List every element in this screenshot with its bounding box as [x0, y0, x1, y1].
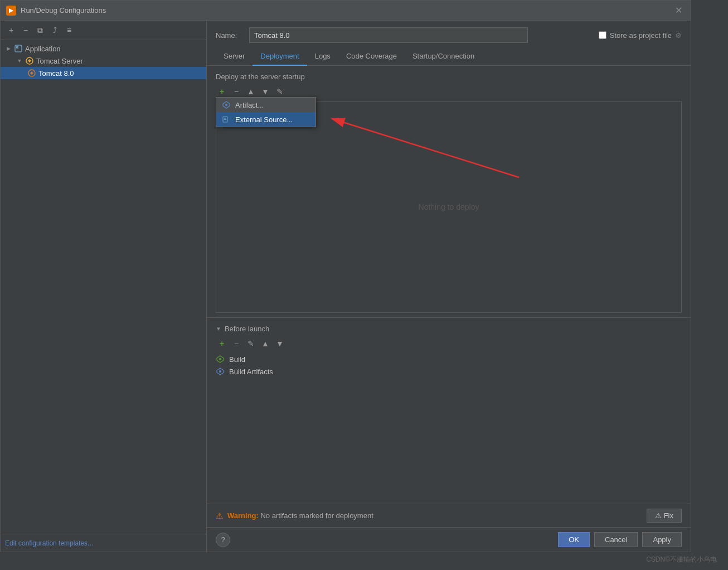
copy-config-button[interactable]: ⧉: [34, 24, 46, 36]
tab-startup-connection[interactable]: Startup/Connection: [405, 47, 482, 66]
dialog-title: Run/Debug Configurations: [21, 6, 672, 15]
tab-code-coverage[interactable]: Code Coverage: [338, 47, 405, 66]
name-row: Name: Store as project file ⚙: [207, 21, 691, 47]
application-label: Application: [25, 45, 61, 53]
dialog-icon: ▶: [6, 6, 16, 16]
ok-button[interactable]: OK: [558, 532, 590, 547]
fix-button[interactable]: ⚠ Fix: [647, 509, 682, 523]
tab-deployment[interactable]: Deployment: [253, 47, 307, 66]
artifact-label: Artifact...: [235, 101, 264, 109]
move-config-button[interactable]: ⤴: [48, 24, 61, 36]
deploy-area: Nothing to deploy: [216, 101, 682, 313]
expand-icon: ▶: [5, 45, 12, 52]
fix-label: Fix: [664, 511, 673, 520]
deploy-dropdown: Artifact... External Source...: [216, 97, 316, 127]
watermark: CSDN©不服输的小乌电: [646, 555, 717, 564]
before-launch-up-button[interactable]: ▲: [259, 337, 271, 350]
before-launch-edit-button[interactable]: ✎: [245, 337, 257, 350]
before-launch-collapse-icon: ▼: [216, 326, 221, 332]
left-toolbar: + − ⧉ ⤴ ≡: [1, 21, 206, 40]
title-bar: ▶ Run/Debug Configurations ✕: [1, 1, 691, 21]
fix-warning-icon: ⚠: [655, 511, 662, 520]
sort-config-button[interactable]: ≡: [63, 24, 75, 36]
svg-rect-7: [224, 118, 226, 119]
store-project-row: Store as project file ⚙: [599, 31, 682, 40]
dropdown-external-source[interactable]: External Source...: [216, 112, 316, 127]
before-launch-down-button[interactable]: ▼: [274, 337, 286, 350]
before-launch-remove-button[interactable]: −: [230, 337, 242, 350]
build-icon: [216, 355, 225, 364]
external-source-icon: [222, 115, 231, 124]
external-source-label: External Source...: [235, 115, 293, 124]
build-label: Build: [229, 355, 245, 364]
name-input[interactable]: [249, 27, 528, 43]
deploy-toolbar: + − ▲ ▼ ✎: [216, 85, 682, 98]
before-launch-toolbar: + − ✎ ▲ ▼: [216, 337, 682, 350]
tree-item-application[interactable]: ▶ Application: [1, 42, 206, 55]
main-content: + − ⧉ ⤴ ≡ ▶ Application ▼: [1, 21, 691, 552]
nothing-to-deploy-text: Nothing to deploy: [419, 202, 479, 211]
launch-item-build: Build: [216, 353, 682, 365]
svg-point-12: [219, 358, 221, 360]
tomcat-server-label: Tomcat Server: [36, 57, 83, 65]
left-bottom: Edit configuration templates...: [1, 534, 206, 552]
bottom-bar: ? OK Cancel Apply: [207, 527, 691, 552]
apply-button[interactable]: Apply: [642, 532, 682, 547]
help-button[interactable]: ?: [216, 533, 230, 547]
svg-point-14: [219, 370, 221, 373]
tab-content: Deploy at the server startup + − ▲ ▼ ✎: [207, 66, 691, 504]
name-label: Name:: [216, 31, 244, 40]
deploy-section-title: Deploy at the server startup: [216, 73, 682, 81]
dropdown-artifact[interactable]: Artifact...: [216, 98, 316, 112]
svg-point-5: [225, 104, 227, 106]
build-artifacts-label: Build Artifacts: [229, 368, 273, 376]
warning-detail: No artifacts marked for deployment: [260, 511, 373, 520]
before-launch-title: Before launch: [225, 325, 269, 333]
left-panel: + − ⧉ ⤴ ≡ ▶ Application ▼: [1, 21, 207, 552]
right-panel: Name: Store as project file ⚙ Server Dep…: [207, 21, 691, 552]
cancel-button[interactable]: Cancel: [594, 532, 638, 547]
before-launch-add-button[interactable]: +: [216, 337, 228, 350]
artifact-icon: [222, 100, 231, 109]
tomcat-expand-icon: ▼: [16, 57, 23, 64]
tomcat-server-icon: [25, 56, 34, 65]
store-label: Store as project file: [610, 31, 672, 40]
deploy-up-button[interactable]: ▲: [245, 85, 257, 98]
store-checkbox[interactable]: [599, 31, 606, 39]
edit-templates-link[interactable]: Edit configuration templates...: [5, 539, 93, 547]
deploy-down-button[interactable]: ▼: [259, 85, 271, 98]
tree-item-tomcat-server[interactable]: ▼ Tomcat Server: [1, 55, 206, 67]
svg-rect-1: [16, 46, 18, 49]
tomcat-item-icon: [27, 69, 36, 78]
launch-item-build-artifacts: Build Artifacts: [216, 365, 682, 378]
before-launch-section: ▼ Before launch + − ✎ ▲ ▼ Build: [207, 317, 691, 382]
warning-text: Warning: No artifacts marked for deploym…: [227, 511, 642, 520]
add-config-button[interactable]: +: [5, 24, 17, 36]
warning-bold: Warning:: [227, 511, 259, 520]
tab-logs[interactable]: Logs: [307, 47, 338, 66]
svg-rect-8: [224, 119, 226, 120]
application-icon: [14, 44, 23, 53]
gear-icon: ⚙: [675, 31, 682, 40]
run-debug-dialog: ▶ Run/Debug Configurations ✕ + − ⧉ ⤴ ≡ ▶: [0, 0, 691, 552]
config-tree: ▶ Application ▼ Tomcat Server: [1, 40, 206, 534]
deploy-edit-button[interactable]: ✎: [274, 85, 286, 98]
tree-item-tomcat-80[interactable]: Tomcat 8.0: [1, 67, 206, 79]
deploy-add-button[interactable]: +: [216, 85, 228, 98]
tab-server[interactable]: Server: [216, 47, 253, 66]
tabs-row: Server Deployment Logs Code Coverage Sta…: [207, 47, 691, 66]
build-artifacts-icon: [216, 367, 225, 376]
warning-bar: ⚠ Warning: No artifacts marked for deplo…: [207, 504, 691, 527]
warning-icon: ⚠: [216, 511, 223, 521]
remove-config-button[interactable]: −: [20, 24, 32, 36]
tomcat-item-label: Tomcat 8.0: [38, 69, 74, 78]
deploy-remove-button[interactable]: −: [230, 85, 242, 98]
before-launch-header: ▼ Before launch: [216, 325, 682, 333]
deploy-section: Deploy at the server startup + − ▲ ▼ ✎: [207, 66, 691, 317]
close-button[interactable]: ✕: [672, 4, 685, 17]
